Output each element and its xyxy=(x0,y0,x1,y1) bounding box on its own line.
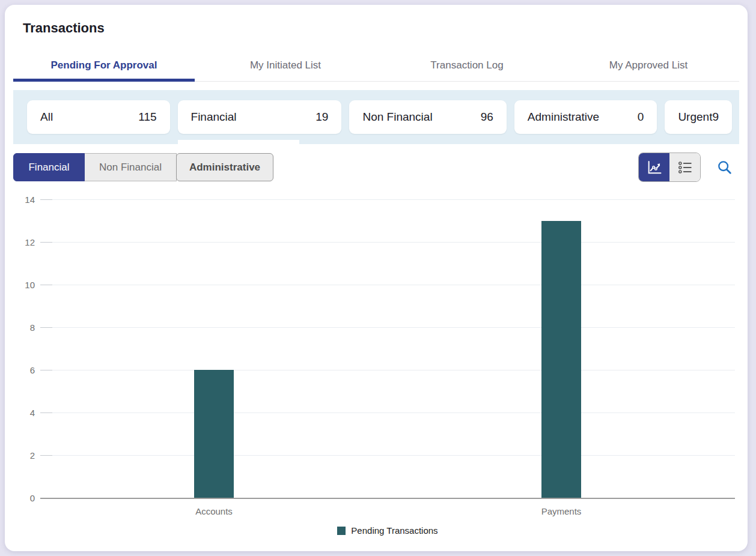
gridline-4 xyxy=(40,412,735,413)
gridline-8 xyxy=(40,327,735,328)
y-axis-label: 6 xyxy=(13,365,35,375)
filter-button-financial[interactable]: Financial xyxy=(13,153,85,181)
view-toggle xyxy=(638,153,701,182)
tab-pending-for-approval[interactable]: Pending For Approval xyxy=(13,49,195,81)
y-axis-label: 12 xyxy=(13,237,35,247)
summary-card-count: 19 xyxy=(316,110,328,124)
summary-card-administrative[interactable]: Administrative0 xyxy=(514,100,657,134)
summary-card-urgent[interactable]: Urgent9 xyxy=(665,100,732,134)
gridline-12 xyxy=(40,242,735,243)
page-title: Transactions xyxy=(23,20,730,36)
y-axis-label: 0 xyxy=(13,493,35,503)
list-view-button[interactable] xyxy=(669,153,700,181)
legend-swatch xyxy=(337,527,346,535)
line-chart-icon xyxy=(646,159,663,176)
y-axis-label: 8 xyxy=(13,322,35,333)
search-button[interactable] xyxy=(716,159,734,177)
summary-card-all[interactable]: All115 xyxy=(27,100,170,134)
tab-my-approved-list[interactable]: My Approved List xyxy=(558,49,739,81)
summary-card-label: All xyxy=(40,110,53,124)
tab-bar: Pending For ApprovalMy Initiated ListTra… xyxy=(13,49,739,82)
summary-card-label: Administrative xyxy=(528,110,599,124)
chart-legend: Pending Transactions xyxy=(40,525,735,536)
summary-card-non-financial[interactable]: Non Financial96 xyxy=(349,100,506,134)
legend-label: Pending Transactions xyxy=(351,525,437,536)
filter-button-administrative[interactable]: Administrative xyxy=(176,153,273,181)
y-axis-label: 4 xyxy=(13,408,35,418)
summary-card-count: 115 xyxy=(138,110,156,124)
tab-my-initiated-list[interactable]: My Initiated List xyxy=(195,49,376,81)
tab-transaction-log[interactable]: Transaction Log xyxy=(376,49,558,81)
y-axis-label: 10 xyxy=(13,280,35,290)
filter-button-non-financial[interactable]: Non Financial xyxy=(84,153,177,181)
chart-view-button[interactable] xyxy=(639,153,669,181)
bullet-list-icon xyxy=(677,159,694,176)
x-axis-label-accounts: Accounts xyxy=(195,506,233,516)
transactions-panel: Transactions Pending For ApprovalMy Init… xyxy=(5,5,748,551)
gridline-10 xyxy=(40,285,735,285)
magnifier-icon xyxy=(716,159,733,176)
focus-highlight xyxy=(178,140,299,144)
y-axis-label: 2 xyxy=(13,450,35,461)
summary-card-count: 9 xyxy=(712,110,719,124)
plot-area: 14121086420 xyxy=(40,199,735,498)
bar-chart: 14121086420 AccountsPayments Pending Tra… xyxy=(13,193,735,536)
x-axis-label-payments: Payments xyxy=(541,506,582,516)
gridline-6 xyxy=(40,370,735,370)
gridline-14 xyxy=(40,199,735,200)
summary-card-financial[interactable]: Financial19 xyxy=(178,100,342,134)
summary-band: All115Financial19Non Financial96Administ… xyxy=(13,90,739,144)
summary-card-label: Non Financial xyxy=(362,110,432,124)
controls-row: FinancialNon FinancialAdministrative xyxy=(13,153,739,182)
summary-card-count: 0 xyxy=(638,110,644,124)
summary-card-count: 96 xyxy=(481,110,493,124)
y-axis-label: 14 xyxy=(13,195,35,205)
right-controls xyxy=(638,153,739,182)
summary-card-label: Urgent xyxy=(678,110,712,124)
summary-card-label: Financial xyxy=(191,110,237,124)
category-filter-group: FinancialNon FinancialAdministrative xyxy=(13,153,273,181)
bar-accounts[interactable] xyxy=(194,370,234,498)
gridline-2 xyxy=(40,455,735,456)
bar-payments[interactable] xyxy=(541,221,581,498)
x-axis-labels: AccountsPayments xyxy=(40,498,735,516)
